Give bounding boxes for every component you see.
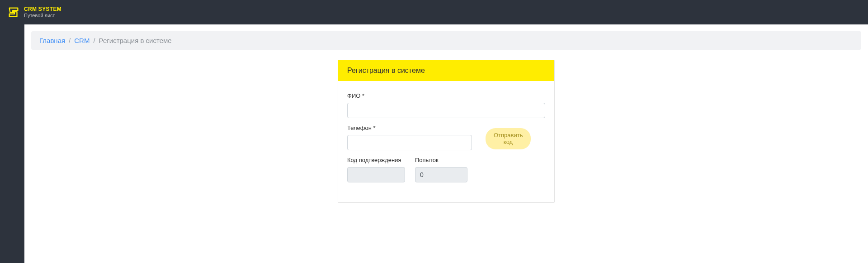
breadcrumb-separator: / [69, 37, 71, 44]
registration-form: Регистрация в системе ФИО * Телефон * От… [338, 60, 555, 203]
code-input[interactable] [347, 167, 405, 182]
breadcrumb-current: Регистрация в системе [99, 37, 172, 44]
form-title: Регистрация в системе [338, 60, 554, 81]
logo-title: CRM SYSTEM [24, 6, 61, 12]
phone-input[interactable] [347, 135, 472, 150]
breadcrumb: Главная / CRM / Регистрация в системе [31, 31, 861, 50]
fio-label: ФИО * [347, 92, 545, 99]
send-code-button[interactable]: Отправить код [486, 128, 531, 149]
topbar: CRM SYSTEM Путевой лист [0, 0, 868, 24]
logo[interactable]: CRM SYSTEM Путевой лист [7, 5, 61, 19]
logo-text: CRM SYSTEM Путевой лист [24, 6, 61, 18]
content: Главная / CRM / Регистрация в системе Ре… [24, 24, 868, 263]
phone-label: Телефон * [347, 124, 472, 131]
attempts-input[interactable] [415, 167, 467, 182]
fio-input[interactable] [347, 103, 545, 118]
attempts-label: Попыток [415, 157, 467, 163]
breadcrumb-separator: / [93, 37, 95, 44]
logo-icon [7, 5, 20, 19]
sidebar [0, 24, 24, 263]
breadcrumb-crm[interactable]: CRM [74, 37, 90, 44]
code-label: Код подтверждения [347, 157, 405, 163]
logo-subtitle: Путевой лист [24, 13, 61, 18]
breadcrumb-home[interactable]: Главная [39, 37, 65, 44]
